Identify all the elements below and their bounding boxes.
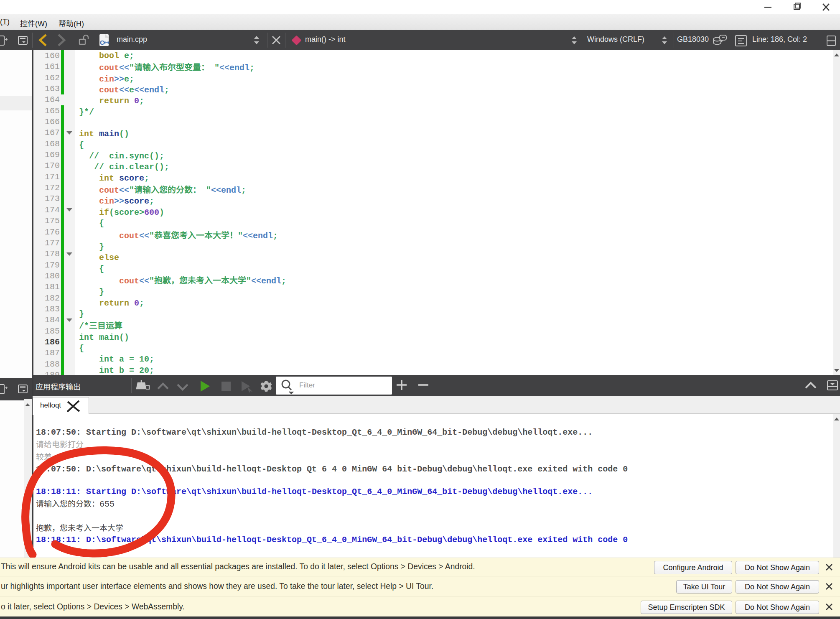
svg-text:C: C <box>100 39 104 46</box>
